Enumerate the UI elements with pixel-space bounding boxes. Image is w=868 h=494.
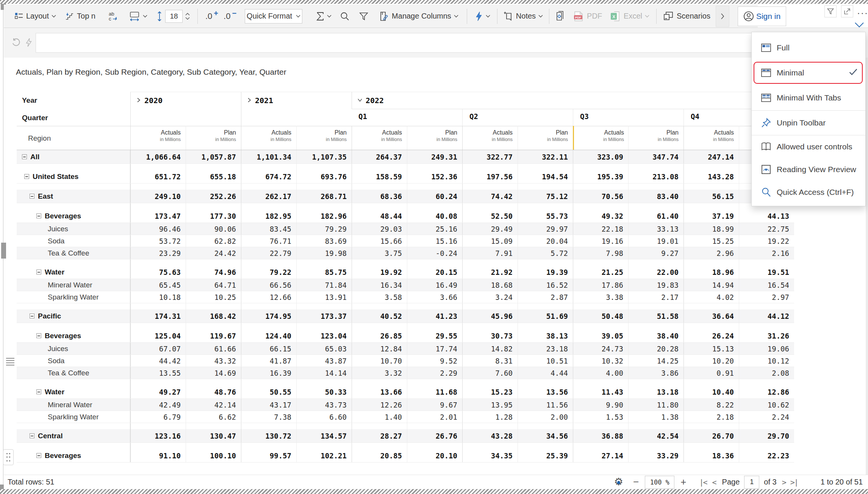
value-cell[interactable]: [628, 183, 683, 190]
value-cell[interactable]: 14.94: [683, 279, 739, 291]
value-cell[interactable]: 197.56: [462, 170, 518, 183]
value-cell[interactable]: [241, 379, 296, 385]
row-header-cell[interactable]: Soda: [17, 235, 130, 247]
value-cell[interactable]: 18.99: [683, 223, 739, 235]
value-cell[interactable]: [241, 203, 296, 209]
value-cell[interactable]: 42.54: [628, 429, 683, 442]
value-cell[interactable]: 91.10: [130, 449, 186, 462]
value-cell[interactable]: 1.38: [628, 411, 683, 423]
value-cell[interactable]: 693.76: [296, 170, 352, 183]
value-cell[interactable]: 322.11: [518, 150, 573, 163]
value-cell[interactable]: 99.57: [241, 449, 296, 462]
value-cell[interactable]: [462, 323, 518, 329]
value-cell[interactable]: [130, 203, 186, 209]
value-cell[interactable]: 20.85: [352, 449, 407, 462]
value-cell[interactable]: 45.96: [462, 309, 518, 323]
value-cell[interactable]: [683, 323, 739, 329]
value-cell[interactable]: 8.31: [462, 355, 518, 367]
value-cell[interactable]: 66.15: [241, 343, 296, 354]
value-cell[interactable]: [462, 183, 518, 190]
value-cell[interactable]: 29.70: [739, 429, 794, 442]
value-cell[interactable]: 9.67: [407, 399, 462, 411]
measure-header-9[interactable]: Planin Millions: [628, 126, 683, 150]
value-cell[interactable]: [628, 443, 683, 449]
value-cell[interactable]: 40.08: [407, 209, 462, 223]
value-cell[interactable]: 182.95: [241, 209, 296, 223]
value-cell[interactable]: [518, 203, 573, 209]
row-header-cell[interactable]: Tea & Coffee: [17, 247, 130, 259]
menu-item-reading-view-preview[interactable]: Reading View Preview: [752, 158, 865, 181]
value-cell[interactable]: 24.73: [573, 343, 628, 354]
value-cell[interactable]: [407, 423, 462, 429]
value-cell[interactable]: 102.21: [296, 449, 352, 462]
value-cell[interactable]: 123.16: [130, 429, 186, 442]
value-cell[interactable]: [407, 183, 462, 190]
value-cell[interactable]: [462, 203, 518, 209]
measure-header-0[interactable]: Actualsin Millions: [130, 126, 186, 150]
value-cell[interactable]: [628, 303, 683, 309]
value-cell[interactable]: [352, 379, 407, 385]
value-cell[interactable]: [241, 259, 296, 265]
value-cell[interactable]: [573, 203, 628, 209]
value-cell[interactable]: 2.08: [739, 367, 794, 379]
row-header-cell[interactable]: Beverages: [17, 209, 130, 223]
value-cell[interactable]: 247.14: [683, 150, 739, 163]
value-cell[interactable]: 29.03: [352, 223, 407, 235]
row-header-cell[interactable]: East: [17, 190, 130, 203]
value-cell[interactable]: 29.97: [518, 223, 573, 235]
value-cell[interactable]: 36.88: [573, 429, 628, 442]
year-header-2020[interactable]: 2020: [130, 92, 241, 126]
value-cell[interactable]: 268.71: [296, 190, 352, 203]
value-cell[interactable]: 1,107.35: [296, 150, 352, 163]
more-options-button[interactable]: ···: [857, 8, 868, 18]
value-cell[interactable]: 60.24: [407, 190, 462, 203]
filter-button[interactable]: [359, 11, 369, 21]
row-header-cell[interactable]: Mineral Water: [17, 399, 130, 411]
value-cell[interactable]: [628, 379, 683, 385]
row-header-cell[interactable]: Juices: [17, 343, 130, 354]
menu-item-allowed-user-controls[interactable]: Allowed user controls: [752, 135, 865, 158]
value-cell[interactable]: 67.07: [130, 343, 186, 354]
export-pdf-button[interactable]: PDF PDF: [573, 10, 602, 22]
row-header-cell[interactable]: Pacific: [17, 309, 130, 323]
value-cell[interactable]: [628, 164, 683, 170]
value-cell[interactable]: 134.57: [296, 429, 352, 442]
value-cell[interactable]: [407, 203, 462, 209]
value-cell[interactable]: 25.39: [518, 449, 573, 462]
value-cell[interactable]: [186, 164, 241, 170]
value-cell[interactable]: 33.29: [628, 449, 683, 462]
collapse-toggle-icon[interactable]: [30, 433, 34, 438]
value-cell[interactable]: [683, 259, 739, 265]
value-cell[interactable]: 123.04: [296, 329, 352, 342]
value-cell[interactable]: 22.75: [739, 223, 794, 235]
row-header-cell[interactable]: Central: [17, 429, 130, 442]
value-cell[interactable]: 182.96: [296, 209, 352, 223]
value-cell[interactable]: 14.25: [628, 355, 683, 367]
value-cell[interactable]: [186, 259, 241, 265]
value-cell[interactable]: 18.68: [462, 279, 518, 291]
value-cell[interactable]: 83.45: [241, 223, 296, 235]
row-header-cell[interactable]: United States: [17, 170, 130, 183]
zoom-in-button[interactable]: +: [680, 476, 686, 488]
value-cell[interactable]: [241, 303, 296, 309]
value-cell[interactable]: 6.79: [130, 411, 186, 423]
value-cell[interactable]: [130, 443, 186, 449]
manage-columns-dropdown[interactable]: Manage Columns: [378, 11, 458, 22]
value-cell[interactable]: 20.28: [628, 343, 683, 354]
value-cell[interactable]: 651.72: [130, 170, 186, 183]
value-cell[interactable]: [573, 323, 628, 329]
value-cell[interactable]: 7.60: [462, 367, 518, 379]
collapse-toggle-icon[interactable]: [36, 213, 41, 218]
row-header-cell[interactable]: Sparkling Water: [17, 411, 130, 423]
value-cell[interactable]: 62.82: [186, 235, 241, 247]
move-handle[interactable]: [3, 449, 14, 465]
value-cell[interactable]: [739, 259, 794, 265]
value-cell[interactable]: 2.17: [628, 291, 683, 303]
value-cell[interactable]: 21.25: [573, 265, 628, 279]
value-cell[interactable]: [407, 323, 462, 329]
value-cell[interactable]: 71.84: [296, 279, 352, 291]
value-cell[interactable]: [628, 259, 683, 265]
value-cell[interactable]: 249.31: [407, 150, 462, 163]
value-cell[interactable]: [296, 443, 352, 449]
value-cell[interactable]: 10.51: [518, 355, 573, 367]
